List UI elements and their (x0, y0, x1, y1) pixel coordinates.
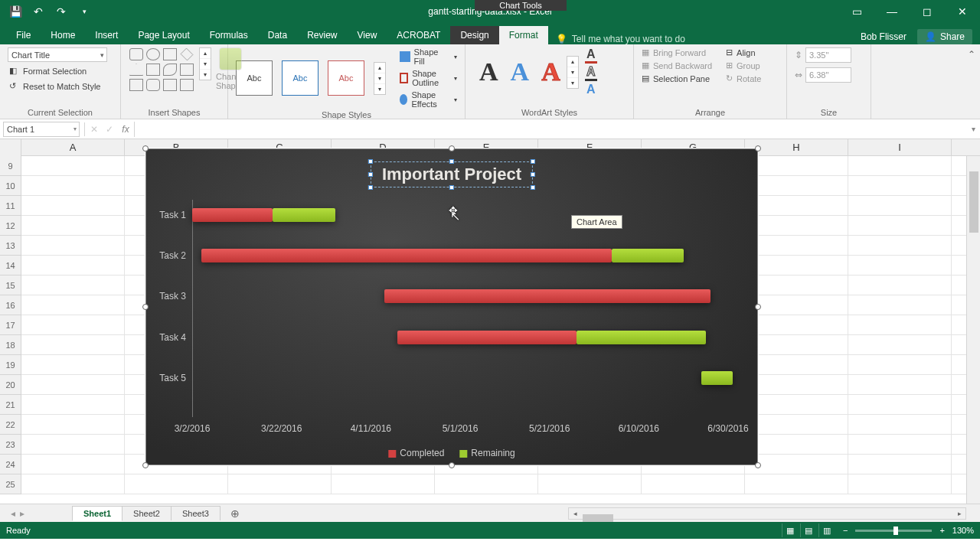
page-break-view-icon[interactable]: ▥ (818, 523, 835, 537)
row-header[interactable]: 22 (0, 415, 21, 435)
zoom-out-button[interactable]: − (843, 526, 848, 535)
horizontal-scrollbar[interactable]: ◂ ▸ (568, 507, 966, 520)
share-button[interactable]: 👤Share (917, 29, 972, 44)
gantt-bar[interactable] (201, 249, 684, 262)
zoom-in-button[interactable]: + (939, 526, 944, 535)
chart-handle[interactable] (449, 462, 455, 468)
selection-pane-button[interactable]: ▤Selection Pane (642, 73, 712, 83)
zoom-slider[interactable] (855, 530, 932, 532)
tell-me-search[interactable]: 💡 Tell me what you want to do (556, 34, 685, 44)
row-header[interactable]: 25 (0, 474, 21, 494)
sheet-nav-arrows[interactable]: ◂▸ (3, 508, 32, 519)
formula-input[interactable] (134, 122, 967, 137)
row-header[interactable]: 21 (0, 395, 21, 415)
vertical-scrollbar[interactable] (966, 156, 980, 504)
style-gallery-more[interactable]: ▴▾▾ (374, 62, 386, 95)
tab-data[interactable]: Data (258, 26, 297, 44)
vscroll-thumb[interactable] (969, 171, 978, 233)
style-swatch-2[interactable]: Abc (282, 60, 318, 96)
chart-handle[interactable] (142, 145, 149, 152)
zoom-level[interactable]: 130% (952, 526, 974, 535)
text-fill-icon[interactable]: A (585, 47, 597, 64)
select-all-corner[interactable] (0, 139, 21, 156)
chart-handle[interactable] (142, 462, 149, 468)
sheet-tab-3[interactable]: Sheet3 (171, 506, 220, 520)
gantt-bar[interactable] (397, 331, 705, 344)
chart-handle[interactable] (755, 462, 761, 468)
ribbon-options-icon[interactable]: ▭ (839, 0, 874, 23)
row-header[interactable]: 16 (0, 295, 21, 315)
normal-view-icon[interactable]: ▦ (782, 523, 799, 537)
column-header[interactable]: I (848, 139, 952, 155)
hscroll-thumb[interactable] (583, 514, 613, 522)
reset-to-match-button[interactable]: ↺Reset to Match Style (8, 80, 113, 93)
row-header[interactable]: 17 (0, 315, 21, 335)
row-header[interactable]: 18 (0, 335, 21, 355)
column-header[interactable]: A (21, 139, 125, 155)
shape-height-input[interactable]: 3.35" (805, 47, 851, 63)
collapse-ribbon-icon[interactable]: ⌃ (968, 49, 975, 60)
chart-handle[interactable] (755, 145, 761, 152)
chart-title[interactable]: Important Project (371, 161, 533, 187)
chart-handle[interactable] (449, 145, 455, 152)
sheet-tab-2[interactable]: Sheet2 (122, 506, 172, 520)
format-selection-button[interactable]: ◧Format Selection (8, 65, 113, 77)
row-header[interactable]: 24 (0, 455, 21, 474)
expand-formula-bar-icon[interactable]: ▾ (967, 125, 980, 133)
minimize-icon[interactable]: — (874, 0, 910, 23)
shape-width-input[interactable]: 6.38" (805, 67, 851, 83)
chart-legend[interactable]: Completed Remaining (388, 448, 514, 458)
text-outline-icon[interactable]: A (585, 65, 597, 81)
shapes-gallery-more[interactable]: ▴▾▾ (199, 47, 211, 80)
page-layout-view-icon[interactable]: ▤ (800, 523, 817, 537)
text-effects-icon[interactable]: A (585, 83, 597, 96)
hscroll-right[interactable]: ▸ (953, 510, 965, 517)
tab-page-layout[interactable]: Page Layout (128, 26, 199, 44)
shape-fill-button[interactable]: Shape Fill ▾ (400, 47, 457, 66)
user-name[interactable]: Bob Flisser (861, 31, 906, 42)
wordart-style-1[interactable]: A (473, 57, 505, 86)
row-header[interactable]: 10 (0, 176, 21, 196)
fx-icon[interactable]: fx (117, 124, 134, 135)
row-header[interactable]: 20 (0, 375, 21, 395)
tab-format[interactable]: Format (499, 26, 548, 44)
gantt-bar[interactable] (384, 289, 710, 303)
row-header[interactable]: 15 (0, 276, 21, 295)
new-sheet-button[interactable]: ⊕ (226, 507, 244, 520)
name-box[interactable]: Chart 1 (3, 122, 80, 137)
maximize-icon[interactable]: ◻ (910, 0, 945, 23)
sheet-tab-1[interactable]: Sheet1 (72, 506, 122, 521)
view-buttons[interactable]: ▦ ▤ ▥ (782, 523, 835, 537)
shape-style-gallery[interactable]: Abc Abc Abc ▴▾▾ (236, 60, 386, 96)
wordart-gallery-more[interactable]: ▴▾▾ (567, 56, 579, 89)
wordart-style-3[interactable]: A (535, 57, 567, 86)
tab-file[interactable]: File (6, 26, 41, 44)
tab-acrobat[interactable]: ACROBAT (387, 26, 450, 44)
tab-design[interactable]: Design (450, 26, 498, 44)
accept-icon[interactable]: ✓ (102, 124, 117, 135)
tab-review[interactable]: Review (297, 26, 347, 44)
gantt-bar[interactable] (701, 371, 733, 385)
row-header[interactable]: 12 (0, 216, 21, 236)
chart-handle[interactable] (755, 304, 761, 310)
row-header[interactable]: 11 (0, 196, 21, 216)
cancel-icon[interactable]: ✕ (87, 124, 102, 135)
style-swatch-3[interactable]: Abc (328, 60, 364, 96)
row-header[interactable]: 9 (0, 156, 21, 176)
tab-view[interactable]: View (348, 26, 387, 44)
tab-formulas[interactable]: Formulas (200, 26, 258, 44)
hscroll-left[interactable]: ◂ (569, 510, 581, 517)
shape-outline-button[interactable]: Shape Outline ▾ (400, 69, 457, 87)
worksheet-grid[interactable]: ABCDEFGHI 910111213141516171819202122232… (0, 139, 980, 504)
shapes-gallery[interactable] (129, 47, 194, 92)
wordart-style-2[interactable]: A (505, 57, 536, 86)
shape-effects-button[interactable]: Shape Effects ▾ (400, 90, 457, 109)
chart-element-dropdown[interactable]: Chart Title (8, 47, 107, 62)
tab-insert[interactable]: Insert (85, 26, 128, 44)
row-header[interactable]: 19 (0, 355, 21, 375)
chart-handle[interactable] (142, 304, 149, 310)
row-header[interactable]: 23 (0, 435, 21, 455)
align-button[interactable]: ⊟Align (726, 47, 761, 57)
chart-object[interactable]: Important Project ✥↖ Chart Area Task 1Ta… (145, 148, 758, 465)
gantt-bar[interactable] (192, 208, 335, 222)
